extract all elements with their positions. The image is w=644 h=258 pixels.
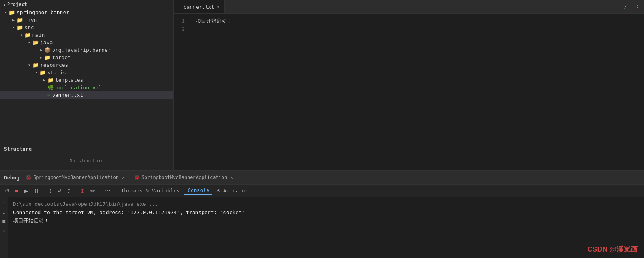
toolbar-separator: [44, 187, 44, 195]
folder-icon: 📁: [47, 77, 54, 83]
tree-label: application.yml: [55, 85, 101, 90]
tree-item-org-javatrip-banner[interactable]: ▶ 📦 org.javatrip.banner: [0, 46, 173, 54]
folder-blue-icon: 📂: [32, 40, 39, 45]
debug-more-button[interactable]: ⋯: [103, 187, 112, 195]
editor-tabs: ≡ banner.txt ✕ ✓ ⋮: [174, 0, 644, 14]
structure-panel: Structure No structure: [0, 143, 173, 170]
expand-icon: ▾: [3, 10, 8, 15]
actuator-icon: ⊙: [217, 188, 220, 194]
project-header[interactable]: ∨ Project: [0, 0, 173, 9]
tree-label: target: [52, 55, 71, 60]
package-icon: 📦: [44, 47, 51, 53]
editor-area: ≡ banner.txt ✕ ✓ ⋮ 1 2 项目开始启动！: [174, 0, 644, 170]
tree-item-src[interactable]: ▾ 📁 src: [0, 24, 173, 31]
debug-nav-tab-actuator[interactable]: ⊙ Actuator: [214, 187, 251, 194]
tree-label: java: [40, 40, 53, 45]
scroll-down-button[interactable]: ↓: [2, 209, 6, 216]
editor-more-button[interactable]: ⋮: [631, 4, 644, 10]
expand-icon: ▶: [39, 48, 43, 52]
soft-wrap-button[interactable]: ≡: [2, 218, 6, 225]
line-numbers: 1 2: [174, 14, 190, 170]
debug-nav-tabs: Threads & Variables Console ⊙ Actuator: [118, 186, 251, 195]
debug-evaluate-button[interactable]: ✏: [89, 187, 97, 195]
tree-item-target[interactable]: ▶ 📁 target: [0, 54, 173, 61]
tree-item-static[interactable]: ▾ 📁 static: [0, 69, 173, 76]
expand-icon: ▾: [27, 40, 32, 45]
project-title: Project: [7, 2, 27, 7]
debug-stop-button[interactable]: ■: [13, 187, 20, 195]
debug-nav-tab-console[interactable]: Console: [184, 186, 212, 195]
tab-label: banner.txt: [184, 4, 214, 10]
tree-item-banner-txt[interactable]: ▶ ≡ banner.txt: [0, 91, 173, 99]
spring-config-icon: 🌿: [47, 85, 54, 90]
tree-item-application-yml[interactable]: ▶ 🌿 application.yml: [0, 84, 173, 91]
expand-icon: ▶: [11, 18, 16, 22]
tree-item-templates[interactable]: ▶ 📁 templates: [0, 76, 173, 84]
actuator-label: Actuator: [223, 188, 248, 194]
line-number: 1: [178, 17, 185, 25]
debug-pause-button[interactable]: ⏸: [32, 187, 41, 195]
console-line-1: D:\sun_devtools\Java\openJdk17\bin\java.…: [13, 200, 639, 209]
tree-label: src: [24, 24, 34, 30]
folder-icon: 📁: [17, 17, 23, 23]
structure-title: Structure: [4, 146, 169, 152]
tree-item-springboot-banner[interactable]: ▾ 📁 springboot-banner: [0, 9, 173, 16]
folder-icon: 📁: [17, 24, 23, 30]
console-with-side: ↑ ↓ ≡ ↕ D:\sun_devtools\Java\openJdk17\b…: [0, 197, 644, 258]
console-line-3: 项目开始启动！: [13, 217, 639, 225]
tree-item-main[interactable]: ▾ 📁 main: [0, 31, 173, 39]
debug-tab-close-1[interactable]: ✕: [122, 175, 125, 180]
tree-item-java[interactable]: ▾ 📂 java: [0, 39, 173, 46]
expand-icon: ▾: [19, 33, 24, 37]
debug-side-buttons: ↑ ↓ ≡ ↕: [0, 197, 8, 258]
debug-header: Debug 🐞 SpringbootMvcBannerApplication ✕…: [0, 171, 644, 185]
debug-mute-breakpoints-button[interactable]: ⊗: [79, 187, 86, 195]
expand-icon: ▾: [34, 70, 39, 75]
folder-icon: 📁: [9, 9, 15, 15]
tree-label: banner.txt: [52, 92, 83, 98]
debug-title: Debug: [4, 175, 19, 181]
console-output[interactable]: D:\sun_devtools\Java\openJdk17\bin\java.…: [8, 197, 644, 258]
debug-step-over-button[interactable]: ⤵: [47, 187, 53, 195]
tree-label: static: [47, 70, 66, 75]
file-tree: ▾ 📁 springboot-banner ▶ 📁 .mvn ▾ 📁 src: [0, 9, 173, 143]
debug-tab-icon-1: 🐞: [26, 175, 32, 180]
save-checkmark-icon: ✓: [619, 3, 631, 11]
tab-file-icon: ≡: [178, 4, 181, 9]
project-chevron-icon: ∨: [3, 2, 6, 7]
debug-tab-label-1: SpringbootMvcBannerApplication: [33, 175, 119, 180]
folder-icon: 📁: [44, 55, 51, 60]
debug-tab-close-2[interactable]: ✕: [230, 175, 233, 180]
tree-item-resources[interactable]: ▾ 📁 resources: [0, 61, 173, 69]
code-line-1: 项目开始启动！: [196, 17, 638, 25]
code-line-2: [196, 25, 638, 34]
tree-label: springboot-banner: [17, 9, 69, 15]
debug-resume-button[interactable]: ▶: [22, 187, 30, 195]
editor-tab-banner-txt[interactable]: ≡ banner.txt ✕: [174, 0, 225, 13]
debug-restart-button[interactable]: ↺: [3, 187, 11, 195]
debug-area: Debug 🐞 SpringbootMvcBannerApplication ✕…: [0, 170, 644, 258]
debug-step-out-button[interactable]: ⤴: [66, 187, 72, 195]
tree-label: .mvn: [24, 17, 37, 23]
expand-icon: ▾: [27, 63, 32, 67]
toolbar-separator-3: [100, 187, 100, 195]
tree-item-mvn[interactable]: ▶ 📁 .mvn: [0, 16, 173, 24]
debug-step-into-button[interactable]: ⤶: [56, 187, 64, 195]
debug-tab-2[interactable]: 🐞 SpringbootMvcBannerApplication ✕: [131, 171, 236, 184]
debug-nav-tab-threads[interactable]: Threads & Variables: [118, 187, 183, 194]
tree-label: org.javatrip.banner: [52, 47, 111, 53]
console-line-2: Connected to the target VM, address: '12…: [13, 209, 639, 217]
expand-icon: ▾: [11, 25, 16, 30]
scroll-up-button[interactable]: ↑: [2, 200, 6, 207]
structure-empty: No structure: [4, 154, 169, 168]
debug-tab-1[interactable]: 🐞 SpringbootMvcBannerApplication ✕: [23, 171, 128, 184]
folder-icon: 📁: [24, 32, 31, 38]
tab-close-icon[interactable]: ✕: [217, 4, 220, 9]
expand-icon: ▶: [42, 78, 47, 82]
code-editor[interactable]: 项目开始启动！: [190, 14, 644, 170]
toolbar-separator-2: [75, 187, 75, 195]
editor-content: 1 2 项目开始启动！: [174, 14, 644, 170]
scroll-to-end-button[interactable]: ↕: [2, 227, 6, 234]
expand-icon: ▶: [39, 55, 43, 60]
debug-tab-label-2: SpringbootMvcBannerApplication: [142, 175, 227, 180]
